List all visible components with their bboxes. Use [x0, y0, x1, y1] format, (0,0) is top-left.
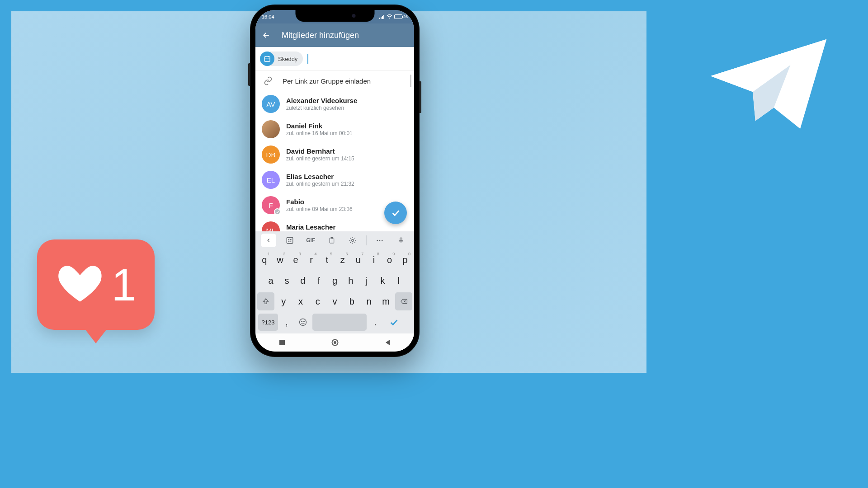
scrollbar[interactable]: [410, 75, 411, 87]
key-n[interactable]: n: [361, 292, 377, 310]
chevron-left-icon: [265, 237, 272, 244]
contact-status: zul. online gestern um 14:15: [286, 155, 354, 162]
key-d[interactable]: d: [296, 272, 310, 290]
clipboard-icon: [328, 236, 335, 244]
like-bubble: 1: [37, 239, 155, 330]
back-button[interactable]: [262, 31, 271, 40]
key-v[interactable]: v: [327, 292, 343, 310]
key-r[interactable]: r4: [304, 251, 319, 269]
key-t[interactable]: t5: [320, 251, 334, 269]
chip-avatar: [260, 52, 274, 66]
invite-via-link[interactable]: Per Link zur Gruppe einladen: [255, 71, 414, 91]
kb-sticker[interactable]: [282, 234, 297, 247]
key-emoji[interactable]: [295, 314, 311, 331]
svg-point-7: [389, 18, 390, 19]
svg-point-18: [377, 240, 378, 241]
kb-more[interactable]: [372, 234, 387, 247]
avatar: EL: [262, 171, 280, 189]
key-w[interactable]: w2: [273, 251, 288, 269]
android-nav-bar: [255, 333, 414, 352]
key-m[interactable]: m: [378, 292, 394, 310]
key-k[interactable]: k: [375, 272, 390, 290]
contact-name: Alexander Videokurse: [286, 97, 357, 104]
key-b[interactable]: b: [344, 292, 360, 310]
shift-icon: [262, 298, 269, 305]
kb-clipboard[interactable]: [324, 234, 340, 247]
key-numbers[interactable]: ?123: [258, 314, 278, 331]
key-space[interactable]: [312, 314, 367, 331]
key-shift[interactable]: [257, 292, 274, 310]
kb-settings[interactable]: [345, 234, 360, 247]
svg-point-20: [382, 240, 383, 241]
contact-status: zuletzt kürzlich gesehen: [286, 105, 357, 111]
svg-marker-31: [386, 340, 390, 345]
member-chip[interactable]: Skeddy: [260, 52, 303, 66]
key-j[interactable]: j: [359, 272, 374, 290]
key-i[interactable]: i8: [367, 251, 381, 269]
kb-gif[interactable]: GIF: [303, 234, 318, 247]
svg-point-25: [300, 319, 307, 326]
nav-recent[interactable]: [278, 338, 286, 347]
confirm-fab[interactable]: [384, 202, 407, 224]
selected-members-row[interactable]: Skeddy: [255, 47, 414, 71]
contact-name: Daniel Fink: [286, 122, 353, 130]
telegram-plane-icon: [705, 27, 832, 136]
nav-home[interactable]: [331, 338, 339, 347]
svg-rect-6: [383, 15, 384, 19]
avatar: F: [262, 196, 280, 214]
key-s[interactable]: s: [279, 272, 294, 290]
avatar: [262, 120, 280, 138]
backspace-icon: [399, 298, 408, 305]
verified-badge: [274, 208, 281, 215]
nav-back[interactable]: [384, 338, 392, 347]
key-g[interactable]: g: [327, 272, 342, 290]
kb-collapse[interactable]: [261, 234, 276, 247]
svg-rect-12: [287, 237, 293, 244]
key-l[interactable]: l: [392, 272, 406, 290]
key-y[interactable]: y: [276, 292, 292, 310]
avatar: AV: [262, 95, 280, 113]
keyboard-row-2: asdfghjkl: [255, 270, 414, 291]
dots-icon: [376, 236, 384, 244]
key-comma[interactable]: ,: [280, 314, 293, 331]
key-backspace[interactable]: [395, 292, 412, 310]
svg-point-14: [290, 239, 291, 240]
separator: [366, 235, 367, 245]
keyboard-row-1: q1w2e3r4t5z6u7i8o9p0: [255, 249, 414, 270]
wifi-icon: [387, 14, 392, 19]
key-f[interactable]: f: [311, 272, 326, 290]
like-count: 1: [111, 259, 137, 311]
status-time: 16:04: [262, 14, 274, 19]
key-h[interactable]: h: [344, 272, 358, 290]
svg-rect-8: [264, 56, 270, 61]
key-e[interactable]: e3: [288, 251, 303, 269]
key-x[interactable]: x: [293, 292, 309, 310]
key-u[interactable]: u7: [351, 251, 366, 269]
key-period[interactable]: .: [368, 314, 382, 331]
svg-point-13: [288, 239, 289, 240]
key-c[interactable]: c: [310, 292, 326, 310]
soft-keyboard: GIF q1w2e3r4t5z6u7i8o9p0 asdfghjkl yxcvb…: [255, 231, 414, 333]
arrow-left-icon: [262, 31, 271, 40]
key-o[interactable]: o9: [382, 251, 397, 269]
key-z[interactable]: z6: [335, 251, 350, 269]
kb-mic[interactable]: [393, 234, 409, 247]
sticker-icon: [286, 236, 294, 244]
contact-row[interactable]: DBDavid Bernhartzul. online gestern um 1…: [255, 142, 414, 167]
heart-icon: [55, 262, 105, 307]
contact-row[interactable]: AVAlexander Videokursezuletzt kürzlich g…: [255, 91, 414, 117]
text-cursor: [307, 54, 308, 64]
svg-rect-21: [400, 238, 402, 241]
contact-row[interactable]: Daniel Finkzul. online 16 Mai um 00:01: [255, 117, 414, 142]
contact-row[interactable]: ELElias Lesacherzul. online gestern um 2…: [255, 167, 414, 192]
key-enter[interactable]: [384, 314, 404, 331]
contact-name: Elias Lesacher: [286, 173, 354, 180]
key-p[interactable]: p0: [398, 251, 412, 269]
keyboard-toolbar: GIF: [255, 231, 414, 249]
svg-point-30: [334, 341, 336, 344]
invite-label: Per Link zur Gruppe einladen: [283, 77, 371, 85]
key-q[interactable]: q1: [257, 251, 272, 269]
triangle-left-icon: [385, 339, 391, 346]
app-header: Mitglieder hinzufügen: [255, 23, 414, 47]
key-a[interactable]: a: [264, 272, 278, 290]
